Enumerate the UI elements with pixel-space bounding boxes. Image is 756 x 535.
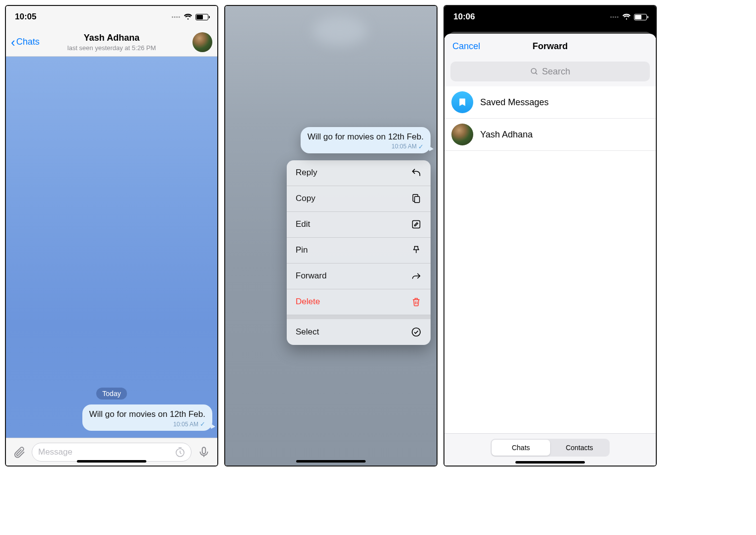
status-bar: 10:05 •••• xyxy=(6,6,217,28)
menu-label: Copy xyxy=(296,194,315,203)
message-text: Will go for movies on 12th Feb. xyxy=(308,132,424,142)
avatar xyxy=(451,124,473,145)
home-indicator[interactable] xyxy=(296,460,366,463)
menu-select[interactable]: Select xyxy=(287,319,431,345)
chat-title: Yash Adhana xyxy=(67,33,156,43)
battery-icon xyxy=(634,14,647,20)
message-placeholder: Message xyxy=(38,447,72,457)
home-indicator[interactable] xyxy=(515,461,585,464)
blur-background[interactable]: Will go for movies on 12th Feb. 10:05 AM… xyxy=(225,6,437,466)
svg-rect-3 xyxy=(413,221,420,228)
svg-rect-2 xyxy=(415,197,420,203)
status-right: •••• xyxy=(610,13,647,20)
message-meta: 10:05 AM ✓ xyxy=(89,420,205,428)
chat-subtitle: last seen yesterday at 5:26 PM xyxy=(67,44,156,52)
copy-icon xyxy=(411,193,422,204)
search-wrap: Search xyxy=(444,59,656,86)
message-bubble[interactable]: Will go for movies on 12th Feb. 10:05 AM… xyxy=(82,404,212,431)
nav-center[interactable]: Yash Adhana last seen yesterday at 5:26 … xyxy=(67,33,156,52)
status-time: 10:05 xyxy=(15,12,36,22)
modal-title: Forward xyxy=(532,41,567,52)
message-time: 10:05 AM xyxy=(173,421,198,428)
home-indicator[interactable] xyxy=(77,460,146,463)
wifi-icon xyxy=(184,13,192,20)
menu-separator xyxy=(287,315,431,319)
row-label: Saved Messages xyxy=(480,97,549,108)
svg-point-4 xyxy=(412,328,421,336)
back-label: Chats xyxy=(16,37,40,47)
pin-icon xyxy=(411,245,422,256)
message-bubble[interactable]: Will go for movies on 12th Feb. 10:05 AM… xyxy=(301,127,431,153)
screen-forward: 10:06 •••• Cancel Forward Search xyxy=(443,5,657,467)
screen-chat: 10:05 •••• ‹ Chats Yash Adhana last seen… xyxy=(5,5,218,467)
battery-icon xyxy=(195,14,208,20)
row-saved-messages[interactable]: Saved Messages xyxy=(444,86,656,119)
search-input[interactable]: Search xyxy=(450,62,650,81)
menu-delete[interactable]: Delete xyxy=(287,289,431,315)
select-icon xyxy=(411,327,422,337)
edit-icon xyxy=(411,219,422,230)
message-text: Will go for movies on 12th Feb. xyxy=(89,409,205,419)
menu-label: Reply xyxy=(296,168,317,178)
status-time: 10:06 xyxy=(453,12,475,22)
message-time: 10:05 AM xyxy=(391,143,417,150)
menu-edit[interactable]: Edit xyxy=(287,212,431,238)
message-meta: 10:05 AM ✓ xyxy=(308,143,424,150)
row-label: Yash Adhana xyxy=(480,130,533,140)
timer-icon[interactable] xyxy=(174,446,186,458)
row-contact[interactable]: Yash Adhana xyxy=(444,119,656,151)
segment-wrap: Chats Contacts xyxy=(444,433,656,466)
date-pill: Today xyxy=(96,388,126,400)
reply-icon xyxy=(411,167,422,178)
check-icon: ✓ xyxy=(418,143,424,150)
trash-icon xyxy=(411,296,422,307)
forward-icon xyxy=(411,270,422,281)
menu-label: Pin xyxy=(296,245,308,255)
menu-label: Forward xyxy=(296,271,326,281)
message-input[interactable]: Message xyxy=(32,443,191,462)
status-bar: 10:06 •••• xyxy=(444,6,656,28)
more-dots-icon: •••• xyxy=(172,14,181,20)
nav-bar: ‹ Chats Yash Adhana last seen yesterday … xyxy=(6,28,217,57)
search-icon xyxy=(530,67,539,76)
cancel-button[interactable]: Cancel xyxy=(452,41,480,52)
more-dots-icon: •••• xyxy=(610,14,619,20)
chat-body[interactable]: Today Will go for movies on 12th Feb. 10… xyxy=(6,57,217,438)
context-menu: Reply Copy Edit xyxy=(287,160,431,345)
forward-list: Saved Messages Yash Adhana xyxy=(444,86,656,433)
menu-reply[interactable]: Reply xyxy=(287,160,431,186)
menu-forward[interactable]: Forward xyxy=(287,264,431,289)
back-button[interactable]: ‹ Chats xyxy=(11,36,40,49)
menu-copy[interactable]: Copy xyxy=(287,186,431,212)
status-right: •••• xyxy=(172,13,208,20)
search-placeholder: Search xyxy=(542,67,570,77)
svg-rect-1 xyxy=(202,447,206,454)
segment-chats[interactable]: Chats xyxy=(492,440,550,456)
segment-contacts[interactable]: Contacts xyxy=(550,440,609,456)
chevron-left-icon: ‹ xyxy=(11,36,15,49)
screen-context-menu: Will go for movies on 12th Feb. 10:05 AM… xyxy=(224,5,438,467)
forward-sheet: Cancel Forward Search Saved Messages xyxy=(444,34,656,466)
menu-label: Edit xyxy=(296,219,310,229)
svg-point-5 xyxy=(531,68,536,73)
mic-button[interactable] xyxy=(195,444,212,461)
menu-label: Delete xyxy=(296,297,320,307)
check-icon: ✓ xyxy=(200,420,205,428)
segmented-control[interactable]: Chats Contacts xyxy=(491,439,610,457)
modal-header: Cancel Forward xyxy=(444,34,656,59)
wifi-icon xyxy=(622,13,631,20)
avatar[interactable] xyxy=(192,32,212,52)
menu-pin[interactable]: Pin xyxy=(287,238,431,264)
bookmark-icon xyxy=(451,91,473,113)
attach-button[interactable] xyxy=(11,444,28,461)
menu-label: Select xyxy=(296,327,319,337)
blur-blob xyxy=(313,16,367,46)
